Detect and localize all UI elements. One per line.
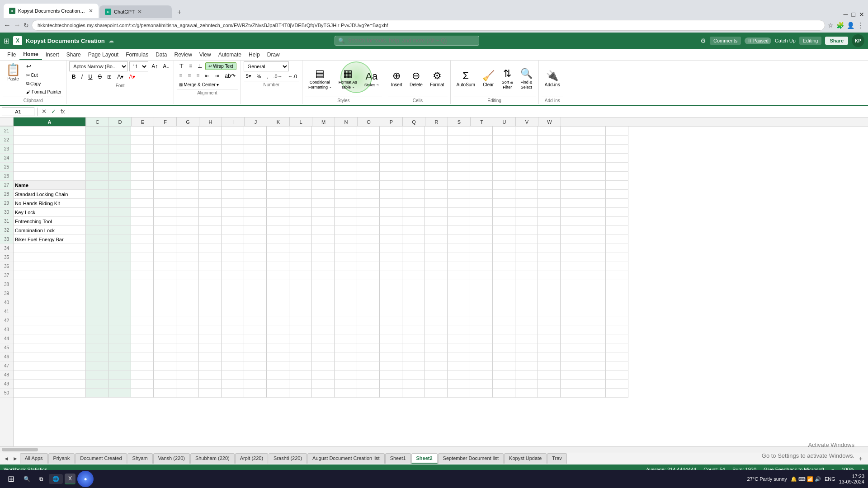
- cell-35-l[interactable]: [289, 253, 312, 262]
- cell-33-n[interactable]: [335, 235, 357, 244]
- cell-32-c[interactable]: [86, 226, 108, 235]
- cell-50-m[interactable]: [312, 389, 335, 398]
- cell-39-i[interactable]: [222, 289, 244, 298]
- cell-24-i[interactable]: [222, 154, 244, 163]
- col-header-q[interactable]: Q: [403, 117, 425, 126]
- cell-28-k[interactable]: [267, 190, 289, 199]
- cell-35-f[interactable]: [154, 253, 176, 262]
- cell-48-i[interactable]: [222, 371, 244, 380]
- cell-50-l[interactable]: [289, 389, 312, 398]
- cell-36-j[interactable]: [244, 262, 267, 271]
- cell-43-c[interactable]: [86, 325, 108, 334]
- cell-22-i[interactable]: [222, 136, 244, 145]
- cell-50-y[interactable]: [583, 389, 606, 398]
- cell-50-i[interactable]: [222, 389, 244, 398]
- cell-43-j[interactable]: [244, 325, 267, 334]
- cell-45-n[interactable]: [335, 343, 357, 352]
- profile-button[interactable]: 👤: [847, 22, 854, 29]
- cell-46-w[interactable]: [538, 352, 561, 361]
- cell-24-n[interactable]: [335, 154, 357, 163]
- cell-41-m[interactable]: [312, 307, 335, 316]
- cell-30-r[interactable]: [425, 208, 448, 217]
- cell-39-h[interactable]: [199, 289, 222, 298]
- cell-31-a[interactable]: Entrenching Tool: [14, 217, 86, 226]
- sheet-nav-right[interactable]: ►: [11, 455, 20, 463]
- row-num-32[interactable]: 32: [0, 226, 13, 235]
- cell-24-h[interactable]: [199, 154, 222, 163]
- cell-41-o[interactable]: [357, 307, 380, 316]
- cell-48-w[interactable]: [538, 371, 561, 380]
- cell-31-j[interactable]: [244, 217, 267, 226]
- url-input[interactable]: [32, 20, 825, 31]
- cell-47-o[interactable]: [357, 361, 380, 371]
- reload-button[interactable]: ↻: [24, 22, 29, 29]
- col-header-d[interactable]: D: [109, 117, 132, 126]
- row-num-36[interactable]: 36: [0, 262, 13, 271]
- cell-44-c[interactable]: [86, 334, 108, 343]
- cell-32-x[interactable]: [561, 226, 583, 235]
- cell-50-v[interactable]: [515, 389, 538, 398]
- cell-24-l[interactable]: [289, 154, 312, 163]
- cell-47-z[interactable]: [606, 361, 628, 371]
- cell-27-w[interactable]: [538, 181, 561, 190]
- format-painter-button[interactable]: 🖌 Format Painter: [24, 88, 63, 96]
- cell-23-n[interactable]: [335, 145, 357, 154]
- cell-23-x[interactable]: [561, 145, 583, 154]
- cell-49-q[interactable]: [402, 380, 425, 389]
- cell-49-p[interactable]: [380, 380, 402, 389]
- col-header-r[interactable]: R: [425, 117, 448, 126]
- cell-21-h[interactable]: [199, 127, 222, 136]
- cell-39-n[interactable]: [335, 289, 357, 298]
- forward-button[interactable]: →: [14, 21, 21, 29]
- cell-43-z[interactable]: [606, 325, 628, 334]
- cell-47-s[interactable]: [448, 361, 470, 371]
- accounting-button[interactable]: $▾: [244, 72, 254, 80]
- cell-25-j[interactable]: [244, 163, 267, 172]
- cell-42-w[interactable]: [538, 316, 561, 325]
- cell-50-g[interactable]: [176, 389, 199, 398]
- cell-34-a[interactable]: [14, 244, 86, 253]
- sheet-tab-kopyst[interactable]: Kopyst Update: [504, 453, 547, 464]
- cell-30-d[interactable]: [108, 208, 131, 217]
- cell-32-m[interactable]: [312, 226, 335, 235]
- indent-increase-button[interactable]: ⇥: [212, 71, 222, 80]
- cell-50-t[interactable]: [470, 389, 493, 398]
- sheet-tab-all-apps[interactable]: All Apps: [20, 453, 48, 464]
- cell-34-o[interactable]: [357, 244, 380, 253]
- cell-45-y[interactable]: [583, 343, 606, 352]
- row-num-27[interactable]: 27: [0, 181, 13, 190]
- cell-37-c[interactable]: [86, 271, 108, 280]
- cell-name-box[interactable]: [2, 107, 34, 116]
- cell-29-h[interactable]: [199, 199, 222, 208]
- cell-22-a[interactable]: [14, 136, 86, 145]
- cell-49-h[interactable]: [199, 380, 222, 389]
- cell-30-u[interactable]: [493, 208, 515, 217]
- cell-43-v[interactable]: [515, 325, 538, 334]
- menu-item-formulas[interactable]: Formulas: [122, 50, 152, 60]
- col-header-g[interactable]: G: [177, 117, 199, 126]
- cell-30-y[interactable]: [583, 208, 606, 217]
- cell-25-e[interactable]: [131, 163, 154, 172]
- cell-29-w[interactable]: [538, 199, 561, 208]
- cell-41-d[interactable]: [108, 307, 131, 316]
- cell-37-w[interactable]: [538, 271, 561, 280]
- cell-21-j[interactable]: [244, 127, 267, 136]
- cell-43-r[interactable]: [425, 325, 448, 334]
- cell-28-z[interactable]: [606, 190, 628, 199]
- cell-29-k[interactable]: [267, 199, 289, 208]
- row-num-25[interactable]: 25: [0, 163, 13, 172]
- col-header-a[interactable]: A: [14, 117, 86, 126]
- cell-30-s[interactable]: [448, 208, 470, 217]
- cell-22-v[interactable]: [515, 136, 538, 145]
- cell-26-n[interactable]: [335, 172, 357, 181]
- cell-28-q[interactable]: [402, 190, 425, 199]
- cell-40-c[interactable]: [86, 298, 108, 307]
- formula-input[interactable]: [72, 108, 866, 115]
- cell-23-u[interactable]: [493, 145, 515, 154]
- cell-43-i[interactable]: [222, 325, 244, 334]
- cell-38-t[interactable]: [470, 280, 493, 289]
- cell-41-g[interactable]: [176, 307, 199, 316]
- row-num-48[interactable]: 48: [0, 371, 13, 380]
- cell-43-l[interactable]: [289, 325, 312, 334]
- cell-44-d[interactable]: [108, 334, 131, 343]
